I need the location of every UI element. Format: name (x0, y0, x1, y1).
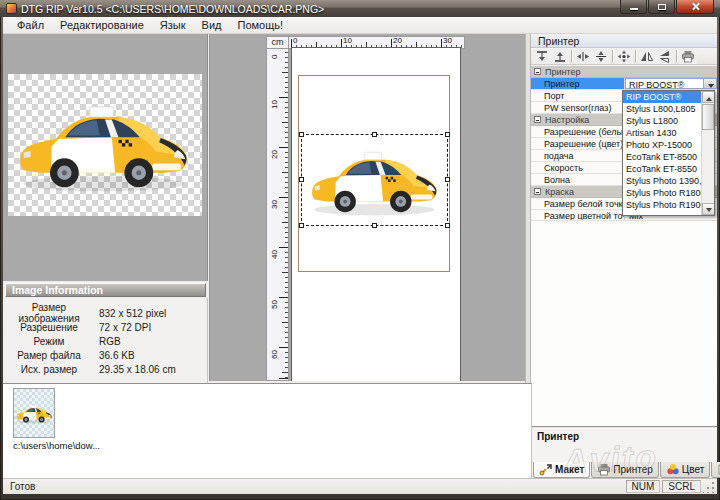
close-button[interactable] (676, 0, 714, 14)
grid-label-white-dot-size[interactable]: Размер белой точки (531, 198, 625, 209)
printer-option[interactable]: Stylus L800,L805 (623, 103, 701, 115)
info-row-image-size: Размер изображения832 x 512 pixel (3, 306, 207, 320)
menu-item-edit[interactable]: Редактирование (52, 18, 152, 32)
printer-panel: Принтер ПринтерПринтерRIP BOOST®ПортPW s… (531, 34, 717, 478)
status-indicators: NUMSCRL (626, 480, 701, 493)
print-icon (681, 50, 695, 63)
grid-label-printer[interactable]: Принтер (531, 78, 625, 89)
minimize-button[interactable] (620, 0, 647, 14)
color-icon (666, 463, 680, 476)
grid-label-port[interactable]: Порт (531, 90, 625, 101)
grid-label-feed[interactable]: подача (531, 150, 625, 161)
chevron-down-icon[interactable] (703, 79, 716, 88)
snap-bottom-button[interactable] (551, 49, 569, 64)
grid-label-resolution-color[interactable]: Разрешение (цвет) (531, 138, 625, 149)
tab-color[interactable]: Цвет (660, 462, 710, 478)
info-row-original-size: Исх. размер29.35 x 18.06 cm (3, 362, 207, 376)
maximize-icon (658, 4, 666, 10)
selection-handle[interactable] (445, 223, 450, 228)
flip-vertical-button[interactable] (656, 49, 674, 64)
resize-grip[interactable] (703, 480, 716, 493)
selection-handle[interactable] (299, 223, 304, 228)
printer-option[interactable]: RIP BOOST® (623, 91, 701, 103)
tab-label: Принтер (613, 464, 652, 475)
status-num-lock: NUM (626, 480, 661, 493)
printer-option[interactable]: EcoTank ET-8550 (623, 163, 701, 175)
ruler-tick-label: 10 (343, 36, 352, 45)
ruler-tick-label: 20 (270, 150, 279, 159)
center-page-icon (617, 50, 631, 63)
printer-option[interactable]: Stylus L1800 (623, 115, 701, 127)
close-icon (691, 2, 700, 11)
job-thumbnail-image (13, 388, 55, 438)
image-selection[interactable] (301, 134, 448, 226)
title-bar[interactable]: DTG RIP Ver10.5 <C:\USERS\HOME\DOWNLOADS… (0, 0, 720, 17)
layout-canvas[interactable]: cm 0102030 0102030405060 (209, 34, 525, 381)
grid-label-pw-sensor[interactable]: PW sensor(глаз) (531, 102, 625, 113)
car-image (15, 400, 54, 427)
scrollbar-thumb[interactable] (702, 104, 714, 130)
grid-value-printer[interactable]: RIP BOOST® (625, 78, 717, 89)
grid-row-printer[interactable]: ПринтерRIP BOOST® (531, 78, 717, 90)
selection-handle[interactable] (372, 223, 377, 228)
printer-option[interactable]: Stylus Photo R1900 (623, 199, 701, 211)
center-vertical-button[interactable] (592, 49, 610, 64)
printer-combobox-value: RIP BOOST® (626, 79, 703, 88)
ruler-tick-label: 0 (293, 36, 297, 45)
info-label-file-size: Рамер файла (3, 350, 95, 361)
printer-icon (597, 463, 611, 476)
collapse-icon[interactable] (534, 68, 541, 75)
car-image (306, 138, 445, 222)
collapse-icon[interactable] (534, 116, 541, 123)
maximize-button[interactable] (648, 0, 675, 14)
grid-label-resolution-white[interactable]: Разрешение (белый) (531, 126, 625, 137)
property-description-panel: Принтер (531, 426, 717, 462)
status-bar: Готов NUMSCRL (3, 478, 717, 494)
printer-option[interactable]: Artisan 1430 (623, 127, 701, 139)
flip-horizontal-button[interactable] (638, 49, 656, 64)
job-thumbnail[interactable]: c:\users\home\dow... (13, 388, 123, 451)
printer-option[interactable]: EcoTank ET-8500 (623, 151, 701, 163)
status-scroll-lock: SCRL (662, 480, 701, 493)
status-text: Готов (10, 481, 35, 492)
center-horizontal-icon (576, 50, 590, 63)
menu-bar: ФайлРедактированиеЯзыкВидПомощь! (3, 17, 717, 34)
grid-group-label: Краска (545, 187, 574, 197)
selection-handle[interactable] (299, 177, 304, 182)
print-button[interactable] (679, 49, 697, 64)
selection-handle[interactable] (445, 177, 450, 182)
menu-item-language[interactable]: Язык (152, 18, 194, 32)
printer-option[interactable]: Stylus Photo R1800 (623, 187, 701, 199)
grid-label-speed[interactable]: Скорость (531, 162, 625, 173)
info-row-resolution: Разрешение72 x 72 DPI (3, 320, 207, 334)
print-page[interactable] (291, 47, 461, 381)
menu-item-view[interactable]: Вид (194, 18, 230, 32)
info-label-original-size: Исх. размер (3, 364, 95, 375)
printer-option[interactable]: Photo XP-15000 (623, 139, 701, 151)
tab-white[interactable]: Белый (711, 462, 720, 478)
ruler-unit-label: cm (266, 36, 289, 49)
printer-option[interactable]: Stylus Photo 1390,1400 (623, 175, 701, 187)
image-preview[interactable] (8, 74, 202, 216)
selection-handle[interactable] (445, 132, 450, 137)
tab-label: Цвет (682, 464, 704, 475)
center-page-button[interactable] (615, 49, 633, 64)
dropdown-scrollbar[interactable] (701, 91, 714, 215)
printer-combobox[interactable]: RIP BOOST® (625, 78, 717, 89)
scroll-up-icon[interactable] (702, 91, 715, 103)
tab-layout[interactable]: Макет (533, 462, 590, 478)
collapse-icon[interactable] (534, 188, 541, 195)
menu-item-file[interactable]: Файл (9, 18, 52, 32)
selection-handle[interactable] (372, 132, 377, 137)
grid-label-wave[interactable]: Волна (531, 174, 625, 185)
scroll-down-icon[interactable] (702, 203, 715, 215)
center-horizontal-button[interactable] (574, 49, 592, 64)
selection-handle[interactable] (299, 132, 304, 137)
tab-printer[interactable]: Принтер (591, 462, 658, 478)
grid-group-printer-group[interactable]: Принтер (531, 66, 717, 78)
grid-group-label: Настройка (545, 115, 589, 125)
menu-item-help[interactable]: Помощь! (229, 18, 291, 32)
snap-bottom-icon (553, 50, 567, 63)
toolbar-separator (635, 50, 636, 62)
snap-top-button[interactable] (533, 49, 551, 64)
